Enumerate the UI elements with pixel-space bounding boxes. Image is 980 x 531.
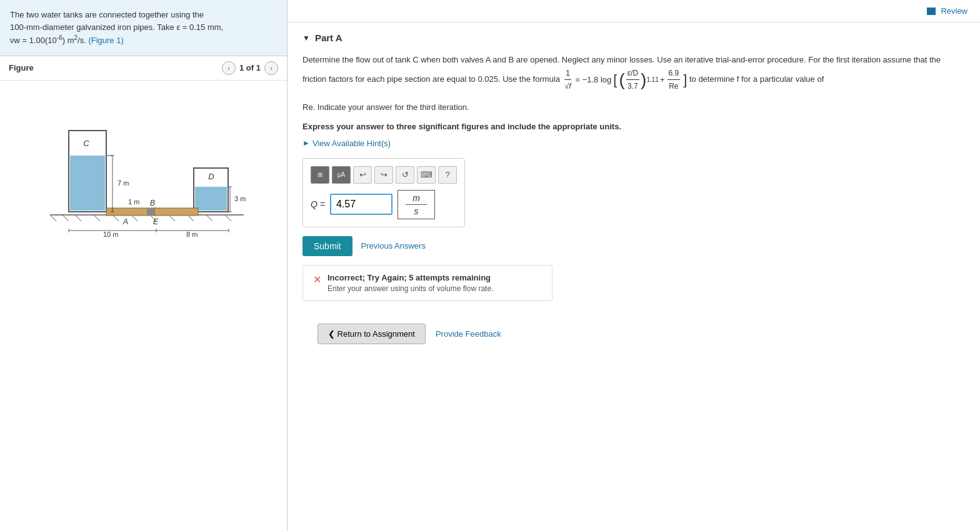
toolbar-redo-btn[interactable]: ↪ xyxy=(374,166,393,184)
answer-box: ⊞ μA ↩ ↪ ↺ ⌨ ? Q = m s xyxy=(302,158,465,227)
svg-text:B: B xyxy=(150,199,155,207)
toolbar: ⊞ μA ↩ ↪ ↺ ⌨ ? xyxy=(311,166,457,184)
toolbar-reset-btn[interactable]: ↺ xyxy=(396,166,414,184)
collapse-arrow[interactable]: ▼ xyxy=(302,34,310,42)
svg-text:1 m: 1 m xyxy=(128,198,139,206)
error-icon: ✕ xyxy=(313,274,321,285)
svg-text:7 m: 7 m xyxy=(118,179,129,187)
svg-rect-6 xyxy=(195,187,227,211)
svg-text:E: E xyxy=(153,217,159,226)
svg-line-11 xyxy=(75,215,81,221)
provide-feedback-link[interactable]: Provide Feedback xyxy=(436,329,501,339)
figure-link[interactable]: (Figure 1) xyxy=(88,36,123,45)
error-box: ✕ Incorrect; Try Again; 5 attempts remai… xyxy=(302,265,552,301)
figure-next-btn[interactable]: › xyxy=(264,61,278,75)
formula-display: 1 √f = −1.8 log [ ( ε/D 3.7 ) 1.11 xyxy=(562,67,688,93)
review-link[interactable]: Review xyxy=(927,6,968,16)
svg-rect-21 xyxy=(147,208,154,216)
toolbar-keyboard-btn[interactable]: ⌨ xyxy=(417,166,436,184)
problem-text-line3: νw = 1.00(10-6) m2/s. (Figure 1) xyxy=(10,36,124,45)
submit-button[interactable]: Submit xyxy=(302,236,352,256)
error-title: Incorrect; Try Again; 5 attempts remaini… xyxy=(328,273,493,282)
svg-text:8 m: 8 m xyxy=(186,231,198,237)
toolbar-unit-btn[interactable]: μA xyxy=(332,166,351,184)
part-header: ▼ Part A xyxy=(302,32,965,43)
unit-top: m xyxy=(406,193,427,205)
svg-text:C: C xyxy=(83,139,89,148)
svg-line-10 xyxy=(62,215,69,221)
answer-input[interactable] xyxy=(330,194,392,215)
svg-line-9 xyxy=(50,215,56,221)
input-row: Q = m s xyxy=(311,190,457,219)
action-row: Submit Previous Answers xyxy=(302,236,965,256)
problem-text-line2: 100-mm-diameter galvanized iron pipes. T… xyxy=(10,22,223,32)
figure-label: Figure xyxy=(9,63,34,72)
content-area: ▼ Part A Determine the flow out of tank … xyxy=(288,22,980,531)
figure-scroll-area[interactable]: C D xyxy=(0,81,287,531)
part-label: Part A xyxy=(315,32,342,43)
q-label: Q = xyxy=(311,199,325,209)
svg-line-18 xyxy=(206,215,212,221)
figure-prev-btn[interactable]: ‹ xyxy=(222,61,236,75)
svg-line-19 xyxy=(225,215,231,221)
question-text-2: Re. Indicate your answer for the third i… xyxy=(302,101,965,114)
hint-arrow-icon: ► xyxy=(302,139,310,147)
hint-label: View Available Hint(s) xyxy=(312,139,391,148)
review-icon xyxy=(927,7,936,15)
hint-link[interactable]: ► View Available Hint(s) xyxy=(302,139,965,148)
sig-figs-text: Express your answer to three significant… xyxy=(302,122,965,131)
error-subtitle: Enter your answer using units of volume … xyxy=(328,284,493,293)
figure-header: Figure ‹ 1 of 1 › xyxy=(0,56,287,81)
svg-text:10 m: 10 m xyxy=(103,231,118,237)
top-bar: Review xyxy=(288,0,980,22)
footer-bar: ❮ Return to Assignment Provide Feedback xyxy=(302,314,965,354)
toolbar-matrix-btn[interactable]: ⊞ xyxy=(311,166,329,184)
problem-text-line1: The two water tanks are connected togeth… xyxy=(10,10,204,19)
unit-fraction: m s xyxy=(398,190,435,219)
toolbar-help-btn[interactable]: ? xyxy=(438,166,457,184)
figure-diagram: C D xyxy=(31,106,256,237)
unit-bottom: s xyxy=(414,205,418,216)
svg-text:A: A xyxy=(122,217,128,226)
return-to-assignment-button[interactable]: ❮ Return to Assignment xyxy=(318,324,426,344)
svg-text:D: D xyxy=(208,172,214,181)
question-text: Determine the flow out of tank C when bo… xyxy=(302,53,965,93)
figure-section: Figure ‹ 1 of 1 › C xyxy=(0,56,287,531)
previous-answers-link[interactable]: Previous Answers xyxy=(361,241,426,251)
figure-page: 1 of 1 xyxy=(239,63,261,72)
svg-rect-1 xyxy=(70,156,105,211)
toolbar-undo-btn[interactable]: ↩ xyxy=(353,166,372,184)
review-label: Review xyxy=(941,6,968,16)
right-panel: Review ▼ Part A Determine the flow out o… xyxy=(288,0,980,531)
svg-rect-22 xyxy=(154,208,198,216)
svg-line-12 xyxy=(94,215,100,221)
problem-statement: The two water tanks are connected togeth… xyxy=(0,0,287,56)
figure-nav: ‹ 1 of 1 › xyxy=(222,61,278,75)
left-panel: The two water tanks are connected togeth… xyxy=(0,0,288,531)
error-content: Incorrect; Try Again; 5 attempts remaini… xyxy=(328,273,493,293)
diagram-container: C D xyxy=(9,87,278,237)
svg-text:3 m: 3 m xyxy=(234,195,246,202)
